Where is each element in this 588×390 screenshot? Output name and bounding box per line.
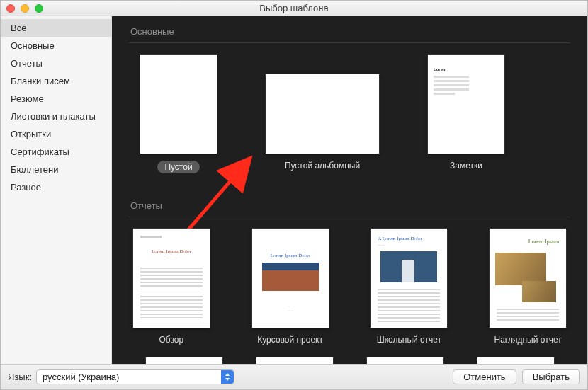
minimize-icon[interactable] [21,4,29,13]
template-label: Курсовой проект [257,335,323,345]
photo-icon [380,251,437,282]
section-title: Отчеты [129,190,570,217]
template-term-paper[interactable]: Lorem Ipsum Dolor — — Курсовой проект [248,229,333,345]
titlebar: Выбор шаблона [1,1,587,16]
template-visual-report[interactable]: Lorem Ipsum Наглядный отчет [485,229,570,345]
sidebar-item-all[interactable]: Все [1,19,111,37]
thumb-title: Lorem Ipsum [528,239,559,245]
language-label: Язык: [8,372,32,382]
template-thumb: A Lorem Ipsum Dolor — — [371,229,447,328]
template-thumb: Lorem Ipsum [490,229,566,328]
template-peek[interactable] [146,357,222,364]
close-icon[interactable] [6,4,15,13]
template-thumb [367,357,443,364]
section-reports: Отчеты Lorem Ipsum Dolor — — — Обзор [112,190,587,364]
sidebar-item-resume[interactable]: Резюме [1,90,111,108]
sidebar-item-basics[interactable]: Основные [1,37,111,55]
section-basics: Основные Пустой Пустой аль [112,16,587,190]
thumb-title: Lorem [434,67,446,71]
template-thumb [146,357,222,364]
template-label: Обзор [159,335,184,345]
template-thumb: Lorem Ipsum Dolor — — — [133,229,210,328]
thumb-title: A Lorem Ipsum Dolor [378,236,422,241]
choose-button[interactable]: Выбрать [522,369,580,384]
section-title: Основные [129,16,570,43]
template-label: Школьный отчет [377,335,441,345]
zoom-icon[interactable] [35,4,43,13]
sidebar-item-cards[interactable]: Открытки [1,125,111,143]
sidebar: Все Основные Отчеты Бланки писем Резюме … [1,16,112,364]
traffic-lights [6,4,43,13]
template-blank-landscape[interactable]: Пустой альбомный [262,55,383,173]
sidebar-item-certificates[interactable]: Сертификаты [1,143,111,161]
template-peek[interactable] [367,357,443,364]
template-peek[interactable] [477,357,554,364]
language-value: русский (Украина) [43,372,119,382]
sidebar-item-letterheads[interactable]: Бланки писем [1,72,111,90]
sidebar-item-newsletters[interactable]: Бюллетени [1,161,111,178]
template-thumb [477,357,554,364]
template-thumb [256,357,333,364]
template-peek[interactable] [256,357,333,364]
template-label: Пустой альбомный [285,161,360,171]
template-thumb [266,74,379,154]
template-chooser-window: Выбор шаблона Все Основные Отчеты Бланки… [0,0,588,390]
template-row-peek [129,357,570,364]
sidebar-item-flyers[interactable]: Листовки и плакаты [1,108,111,125]
photo-icon [262,263,319,291]
template-blank[interactable]: Пустой [129,55,228,173]
template-essay[interactable]: Lorem Ipsum Dolor — — — Обзор [129,229,214,345]
body: Все Основные Отчеты Бланки писем Резюме … [1,16,587,364]
template-row: Lorem Ipsum Dolor — — — Обзор Lorem Ipsu… [129,229,570,345]
template-notes[interactable]: Lorem Заметки [417,55,516,173]
photo-icon [522,281,556,302]
template-scroll[interactable]: Основные Пустой Пустой аль [112,16,587,364]
template-thumb [140,55,217,154]
template-school-report[interactable]: A Lorem Ipsum Dolor — — Школьный отчет [367,229,452,345]
thumb-title: Lorem Ipsum Dolor [252,253,329,258]
window-title: Выбор шаблона [1,3,587,13]
cancel-button[interactable]: Отменить [453,369,516,384]
template-row: Пустой Пустой альбомный [129,55,570,173]
sidebar-item-reports[interactable]: Отчеты [1,55,111,72]
template-grid: Основные Пустой Пустой аль [112,16,587,364]
template-label: Наглядный отчет [494,335,562,345]
footer: Язык: русский (Украина) Отменить Выбрать [1,364,587,389]
template-label: Заметки [450,161,482,171]
updown-icon [221,370,234,384]
thumb-title: Lorem Ipsum Dolor [133,248,210,254]
language-select[interactable]: русский (Украина) [36,369,234,384]
template-thumb: Lorem Ipsum Dolor — — [252,229,329,328]
sidebar-item-misc[interactable]: Разное [1,178,111,196]
template-label: Пустой [157,161,199,173]
template-thumb: Lorem [428,55,504,154]
